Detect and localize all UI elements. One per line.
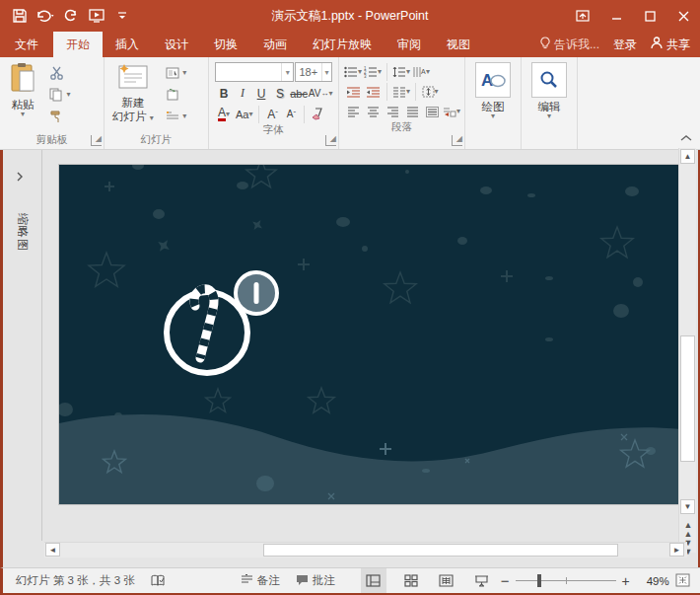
close-icon[interactable] <box>666 0 700 32</box>
section-icon[interactable]: ▾ <box>162 107 191 126</box>
comment-icon <box>296 574 309 588</box>
copy-icon[interactable]: ▾ <box>45 85 75 105</box>
align-center-icon[interactable] <box>364 103 382 120</box>
tell-me-box[interactable]: 告诉我... <box>540 37 599 53</box>
smartart-convert-icon[interactable]: ▾ <box>443 103 460 120</box>
slide-canvas[interactable] <box>59 165 681 504</box>
columns-icon[interactable]: ▾ <box>392 83 410 101</box>
font-name-combo[interactable]: ▾ <box>215 62 294 82</box>
thumbnail-pane-collapsed[interactable]: 缩略图 <box>3 150 42 541</box>
text-shadow-button[interactable]: S <box>271 84 289 103</box>
chevron-down-icon[interactable]: ▾ <box>281 63 294 81</box>
increase-indent-icon[interactable] <box>364 83 382 101</box>
fit-to-window-icon[interactable] <box>675 573 690 589</box>
font-name-input[interactable] <box>216 63 281 81</box>
notes-button[interactable]: 备注 <box>233 568 288 593</box>
change-case-button[interactable]: Aa▾ <box>234 105 254 123</box>
zoom-out-icon[interactable]: − <box>501 572 510 589</box>
tab-design[interactable]: 设计 <box>152 32 201 57</box>
zoom-slider-thumb[interactable] <box>537 574 541 587</box>
share-button[interactable]: 共享 <box>651 37 690 53</box>
distribute-icon[interactable] <box>423 103 441 120</box>
format-painter-icon[interactable] <box>45 107 67 126</box>
sign-in-button[interactable]: 登录 <box>613 37 637 53</box>
zoom-in-icon[interactable]: + <box>622 573 630 589</box>
cut-icon[interactable] <box>45 63 67 83</box>
shrink-font-button[interactable]: Aˇ <box>282 105 300 123</box>
editing-button[interactable]: 编辑 ▾ <box>525 59 573 122</box>
align-left-icon[interactable] <box>344 103 362 120</box>
layout-icon[interactable]: ▾ <box>162 63 191 83</box>
align-text-icon[interactable]: ▾ <box>421 83 439 101</box>
grow-font-button[interactable]: Aˆ <box>263 105 281 123</box>
slide-indicator[interactable]: 幻灯片 第 3 张，共 3 张 <box>8 568 143 593</box>
comments-button[interactable]: 批注 <box>288 568 343 593</box>
scroll-right-icon[interactable]: ► <box>669 543 684 557</box>
start-slideshow-icon[interactable] <box>85 4 108 28</box>
font-color-button[interactable]: A▾ <box>215 105 233 123</box>
zoom-percentage[interactable]: 49% <box>636 575 669 587</box>
decrease-indent-icon[interactable] <box>344 83 362 101</box>
clipboard-group: 粘贴 ▾ ▾ 剪贴板 ◢ <box>0 57 105 149</box>
slideshow-icon[interactable] <box>469 568 495 593</box>
maximize-icon[interactable] <box>633 0 666 32</box>
undo-icon[interactable] <box>34 4 57 28</box>
new-slide-button[interactable]: 新建幻灯片 ▾ <box>106 59 160 127</box>
horizontal-scrollbar-thumb[interactable] <box>263 544 618 557</box>
tab-view[interactable]: 视图 <box>434 32 483 57</box>
chevron-down-icon[interactable]: ▾ <box>321 63 331 81</box>
horizontal-scrollbar[interactable]: ◄ ► <box>44 542 687 558</box>
paste-button[interactable]: 粘贴 ▾ <box>2 59 43 120</box>
tab-home[interactable]: 开始 <box>53 32 103 57</box>
font-size-input[interactable] <box>296 63 320 81</box>
collapse-ribbon-icon[interactable] <box>680 128 692 146</box>
ribbon: 粘贴 ▾ ▾ 剪贴板 ◢ 新建幻灯片 ▾ ▾ <box>0 57 700 150</box>
scroll-down-icon[interactable]: ▼ <box>680 499 695 514</box>
minimize-icon[interactable] <box>599 0 633 32</box>
paragraph-dialog-launcher[interactable]: ◢ <box>452 135 462 146</box>
slide-sorter-icon[interactable] <box>398 568 424 593</box>
chevron-down-icon: ▾ <box>491 113 495 119</box>
text-direction-icon[interactable]: A▾ <box>412 63 430 81</box>
chevron-right-icon[interactable] <box>16 168 24 186</box>
bullets-icon[interactable]: ▾ <box>344 63 362 81</box>
previous-slide-icon[interactable]: ▲▲ <box>681 521 695 539</box>
vertical-scrollbar-thumb[interactable] <box>680 335 695 462</box>
strikethrough-button[interactable]: abc <box>290 84 308 103</box>
slide-artwork <box>59 165 681 504</box>
ribbon-display-options-icon[interactable] <box>566 0 599 32</box>
tab-file[interactable]: 文件 <box>0 32 53 57</box>
reading-view-icon[interactable] <box>434 568 459 593</box>
tab-slideshow[interactable]: 幻灯片放映 <box>300 32 385 57</box>
clipboard-group-label: 剪贴板 <box>2 133 102 149</box>
tab-transitions[interactable]: 切换 <box>201 32 250 57</box>
scroll-left-icon[interactable]: ◄ <box>45 543 60 557</box>
character-spacing-button[interactable]: AV↔▾ <box>309 84 332 103</box>
clipboard-dialog-launcher[interactable]: ◢ <box>91 135 102 146</box>
font-size-combo[interactable]: ▾ <box>295 62 332 82</box>
numbering-icon[interactable]: 123▾ <box>364 63 382 81</box>
normal-view-icon[interactable] <box>361 568 386 593</box>
bold-button[interactable]: B <box>215 84 233 103</box>
redo-icon[interactable] <box>59 4 83 28</box>
font-dialog-launcher[interactable]: ◢ <box>325 135 336 146</box>
scroll-up-icon[interactable]: ▲ <box>680 149 695 164</box>
customize-qat-icon[interactable] <box>110 4 134 28</box>
zoom-slider[interactable] <box>516 580 616 581</box>
justify-icon[interactable] <box>403 103 421 120</box>
notes-icon <box>241 574 253 587</box>
italic-button[interactable]: I <box>234 84 251 103</box>
vertical-scrollbar[interactable]: ▲ ▼ ▲▲ ▼▼ <box>678 148 696 553</box>
reset-icon[interactable] <box>162 85 183 105</box>
underline-button[interactable]: U <box>252 84 270 103</box>
align-right-icon[interactable] <box>384 103 401 120</box>
save-icon[interactable] <box>8 4 32 28</box>
line-spacing-icon[interactable]: ▾ <box>392 63 410 81</box>
spellcheck-book-icon[interactable] <box>143 568 174 593</box>
tab-animations[interactable]: 动画 <box>250 32 300 57</box>
ribbon-tab-row: 文件 开始 插入 设计 切换 动画 幻灯片放映 审阅 视图 告诉我... 登录 … <box>0 32 700 57</box>
tab-insert[interactable]: 插入 <box>103 32 152 57</box>
tab-review[interactable]: 审阅 <box>385 32 434 57</box>
drawing-button[interactable]: A 绘图 ▾ <box>469 59 517 122</box>
clear-formatting-icon[interactable] <box>309 105 326 123</box>
